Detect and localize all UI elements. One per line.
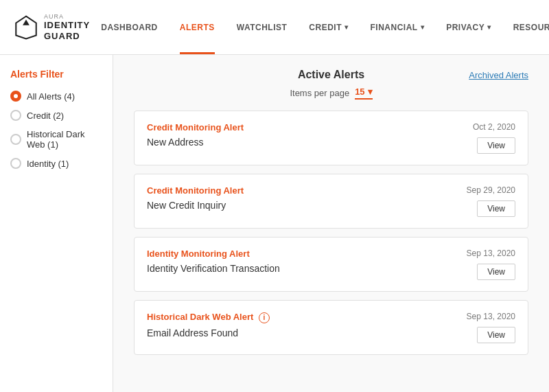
- alert-type-1: Credit Monitoring Alert: [147, 122, 447, 132]
- alert-card-2: Credit Monitoring Alert New Credit Inqui…: [134, 174, 528, 229]
- chevron-down-icon: ▾: [344, 23, 349, 31]
- logo-aura: AURA: [44, 13, 90, 20]
- logo: AURA IDENTITYGUARD: [14, 13, 90, 41]
- nav-alerts[interactable]: ALERTS: [169, 0, 226, 54]
- nav-dashboard[interactable]: DASHBOARD: [90, 0, 169, 54]
- alert-date-2: Sep 29, 2020: [467, 185, 515, 195]
- alert-type-2: Credit Monitoring Alert: [147, 185, 447, 196]
- alert-type-4: Historical Dark Web Alert i: [147, 312, 447, 323]
- view-button-1[interactable]: View: [477, 137, 515, 154]
- items-per-page-bar: Items per page 15 ▾: [134, 87, 528, 100]
- alert-date-1: Oct 2, 2020: [473, 122, 515, 132]
- sidebar-title: Alerts Filter: [10, 69, 102, 80]
- nav-privacy[interactable]: PRIVACY ▾: [435, 0, 502, 54]
- per-page-value: 15: [355, 87, 364, 97]
- alert-right-3: Sep 13, 2020 View: [447, 249, 515, 280]
- filter-label-identity: Identity (1): [27, 159, 69, 169]
- chevron-down-icon: ▾: [368, 87, 373, 97]
- view-button-4[interactable]: View: [477, 327, 515, 343]
- filter-radio-dark-web: [10, 134, 21, 145]
- alert-date-3: Sep 13, 2020: [467, 249, 515, 258]
- filter-label-all: All Alerts (4): [27, 91, 75, 102]
- nav-watchlist[interactable]: WATCHLIST: [226, 0, 299, 54]
- archived-alerts-link[interactable]: Archived Alerts: [469, 70, 528, 80]
- filter-dark-web[interactable]: Historical Dark Web (1): [10, 129, 102, 150]
- nav-credit[interactable]: CREDIT ▾: [298, 0, 359, 54]
- logo-text: AURA IDENTITYGUARD: [44, 13, 90, 41]
- alert-card-3: Identity Monitoring Alert Identity Verif…: [134, 237, 528, 292]
- alert-right-1: Oct 2, 2020 View: [447, 122, 515, 154]
- active-alerts-title: Active Alerts: [298, 69, 364, 81]
- chevron-down-icon: ▾: [487, 23, 491, 31]
- info-icon[interactable]: i: [259, 312, 270, 323]
- filter-credit[interactable]: Credit (2): [10, 110, 102, 121]
- alert-desc-2: New Credit Inquiry: [147, 200, 447, 211]
- logo-name: IDENTITYGUARD: [44, 20, 90, 41]
- alert-left-4: Historical Dark Web Alert i Email Addres…: [147, 312, 447, 338]
- content-area: Active Alerts Archived Alerts Items per …: [113, 55, 549, 392]
- alert-card-4: Historical Dark Web Alert i Email Addres…: [134, 300, 528, 355]
- alert-left-1: Credit Monitoring Alert New Address: [147, 122, 447, 148]
- main-nav: DASHBOARD ALERTS WATCHLIST CREDIT ▾ FINA…: [90, 0, 549, 54]
- nav-financial[interactable]: FINANCIAL ▾: [360, 0, 436, 54]
- alert-type-3: Identity Monitoring Alert: [147, 249, 447, 259]
- svg-marker-1: [23, 19, 30, 25]
- alert-desc-1: New Address: [147, 137, 447, 148]
- alert-card-1: Credit Monitoring Alert New Address Oct …: [134, 111, 528, 165]
- alert-left-2: Credit Monitoring Alert New Credit Inqui…: [147, 185, 447, 211]
- view-button-3[interactable]: View: [477, 264, 515, 280]
- svg-marker-0: [16, 16, 36, 38]
- items-per-page-select[interactable]: 15 ▾: [355, 87, 372, 100]
- header: AURA IDENTITYGUARD DASHBOARD ALERTS WATC…: [0, 0, 549, 55]
- main-layout: Alerts Filter All Alerts (4) Credit (2) …: [0, 55, 549, 392]
- alert-left-3: Identity Monitoring Alert Identity Verif…: [147, 249, 447, 274]
- nav-resources[interactable]: RESOURCES ▾: [502, 0, 549, 54]
- alert-desc-3: Identity Verification Transaction: [147, 263, 447, 274]
- filter-label-dark-web: Historical Dark Web (1): [27, 129, 102, 150]
- filter-all-alerts[interactable]: All Alerts (4): [10, 91, 102, 102]
- items-per-page-label: Items per page: [290, 88, 349, 98]
- chevron-down-icon: ▾: [421, 23, 425, 31]
- alert-right-2: Sep 29, 2020 View: [447, 185, 515, 217]
- sidebar: Alerts Filter All Alerts (4) Credit (2) …: [0, 55, 113, 392]
- filter-radio-credit: [10, 110, 21, 121]
- alert-right-4: Sep 13, 2020 View: [447, 312, 515, 343]
- content-header: Active Alerts Archived Alerts: [134, 69, 528, 81]
- alert-desc-4: Email Address Found: [147, 327, 447, 338]
- filter-identity[interactable]: Identity (1): [10, 158, 102, 169]
- alert-date-4: Sep 13, 2020: [467, 312, 515, 321]
- filter-radio-all: [10, 91, 21, 102]
- view-button-2[interactable]: View: [477, 200, 515, 217]
- logo-icon: [14, 15, 38, 40]
- filter-label-credit: Credit (2): [27, 111, 64, 121]
- filter-radio-identity: [10, 158, 21, 169]
